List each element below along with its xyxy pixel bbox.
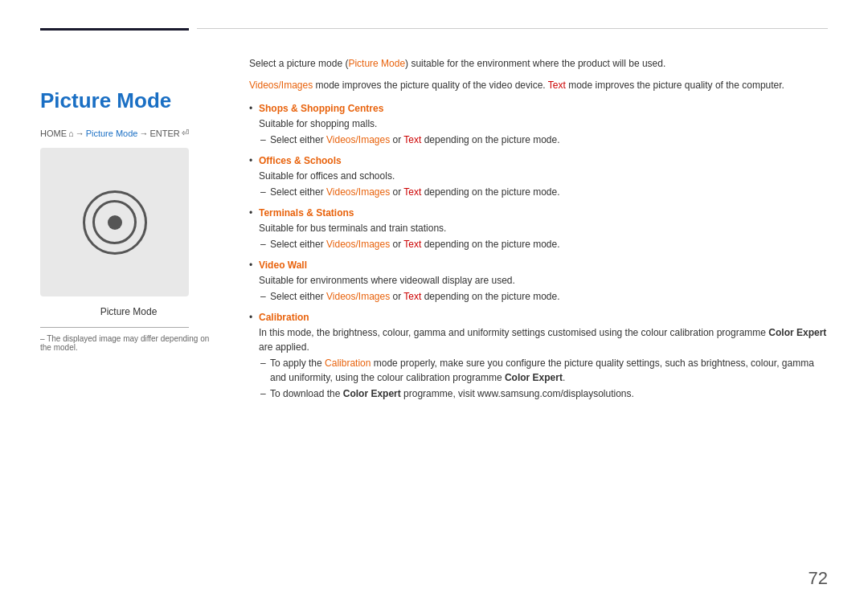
breadcrumb-enter-label: ENTER: [149, 129, 179, 138]
list-item-offices: Offices & Schools Suitable for offices a…: [249, 153, 828, 199]
list-item-shops: Shops & Shopping Centres Suitable for sh…: [249, 101, 828, 147]
breadcrumb-home-icon: ⌂: [68, 129, 74, 138]
videowall-desc: Suitable for environments where videowal…: [259, 273, 828, 288]
videowall-title: Video Wall: [259, 258, 828, 272]
offices-title: Offices & Schools: [259, 153, 828, 168]
breadcrumb: HOME ⌂ → Picture Mode → ENTER ⏎: [40, 128, 217, 138]
terminals-videos-images: Videos/Images: [326, 239, 390, 250]
device-circle-inner: [92, 200, 137, 244]
calibration-sub1: To apply the Calibration mode properly, …: [259, 356, 828, 385]
intro-videos-images: Videos/Images: [249, 80, 313, 91]
terminals-title: Terminals & Stations: [259, 206, 828, 220]
list-item-terminals: Terminals & Stations Suitable for bus te…: [249, 206, 828, 251]
list-item-calibration: Calibration In this mode, the brightness…: [249, 310, 828, 401]
bullet-list: Shops & Shopping Centres Suitable for sh…: [249, 101, 828, 401]
offices-text: Text: [403, 186, 421, 198]
calibration-sub2: To download the Color Expert programme, …: [259, 386, 828, 401]
footnote: – The displayed image may differ dependi…: [40, 334, 217, 352]
device-label: Picture Mode: [40, 306, 217, 317]
shops-desc: Suitable for shopping malls.: [259, 116, 828, 131]
intro-line2: Videos/Images mode improves the picture …: [249, 78, 828, 93]
color-expert-1: Color Expert: [768, 327, 826, 338]
breadcrumb-arrow1: →: [76, 129, 84, 138]
breadcrumb-arrow2: →: [139, 129, 148, 138]
calibration-title: Calibration: [259, 310, 828, 325]
device-circle-dot: [108, 215, 122, 230]
shops-text: Text: [403, 134, 421, 145]
intro-text-highlight: Text: [548, 80, 566, 91]
color-expert-3: Color Expert: [343, 388, 401, 399]
right-panel: Select a picture mode (Picture Mode) sui…: [249, 56, 828, 401]
offices-sub: Select either Videos/Images or Text depe…: [259, 185, 828, 199]
offices-desc: Suitable for offices and schools.: [259, 169, 828, 183]
terminals-sub: Select either Videos/Images or Text depe…: [259, 237, 828, 251]
breadcrumb-enter-icon: ⏎: [182, 128, 189, 138]
calibration-desc: In this mode, the brightness, colour, ga…: [259, 325, 828, 354]
terminals-text: Text: [403, 239, 421, 250]
videowall-sub: Select either Videos/Images or Text depe…: [259, 289, 828, 304]
device-circle-outer: [83, 190, 147, 255]
offices-videos-images: Videos/Images: [326, 186, 390, 198]
breadcrumb-picture-mode: Picture Mode: [86, 129, 138, 138]
page-title: Picture Mode: [40, 88, 217, 113]
divider-left: [40, 327, 189, 328]
page-number: 72: [809, 568, 828, 589]
intro-picture-mode-highlight: Picture Mode: [348, 58, 405, 69]
shops-videos-images: Videos/Images: [326, 134, 390, 145]
shops-sub: Select either Videos/Images or Text depe…: [259, 133, 828, 147]
calibration-highlight: Calibration: [325, 358, 371, 369]
top-border-left: [40, 28, 189, 31]
color-expert-2: Color Expert: [505, 372, 563, 383]
left-panel: Picture Mode HOME ⌂ → Picture Mode → ENT…: [40, 64, 217, 352]
terminals-desc: Suitable for bus terminals and train sta…: [259, 221, 828, 235]
device-image: [40, 148, 189, 296]
videowall-videos-images: Videos/Images: [326, 291, 390, 302]
top-border-right: [197, 28, 828, 29]
videowall-text: Text: [403, 291, 421, 302]
list-item-videowall: Video Wall Suitable for environments whe…: [249, 258, 828, 304]
intro-line1: Select a picture mode (Picture Mode) sui…: [249, 56, 828, 72]
breadcrumb-home: HOME: [40, 129, 67, 138]
shops-title: Shops & Shopping Centres: [259, 101, 828, 116]
